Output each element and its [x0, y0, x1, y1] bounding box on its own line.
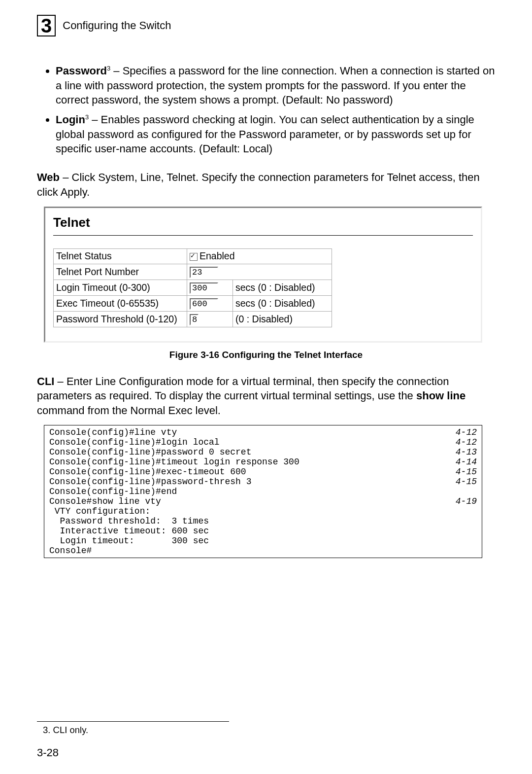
- console-ref: 4-15: [456, 477, 477, 487]
- console-line: VTY configuration:: [49, 506, 477, 516]
- text-login: – Enables password checking at login. Yo…: [56, 113, 474, 155]
- cell-exec-timeout: 600: [187, 295, 233, 311]
- console-line: Console(config-line)#password-thresh 34-…: [49, 477, 477, 487]
- console-cmd: VTY configuration:: [49, 506, 150, 516]
- row-exec-timeout: Exec Timeout (0-65535) 600 secs (0 : Dis…: [54, 295, 332, 311]
- console-line: Console(config-line)#exec-timeout 6004-1…: [49, 467, 477, 477]
- cell-telnet-status-value: Enabled: [187, 248, 332, 264]
- web-paragraph: Web – Click System, Line, Telnet. Specif…: [37, 170, 495, 199]
- console-cmd: Interactive timeout: 600 sec: [49, 526, 209, 536]
- figure-caption: Figure 3-16 Configuring the Telnet Inter…: [37, 350, 495, 360]
- text-password: – Specifies a password for the line conn…: [56, 65, 495, 106]
- console-line: Console(config-line)#login local4-12: [49, 437, 477, 447]
- console-ref: 4-15: [456, 467, 477, 477]
- chapter-number-box: 3: [37, 15, 56, 36]
- console-cmd: Password threshold: 3 times: [49, 516, 209, 526]
- telnet-heading: Telnet: [53, 215, 473, 230]
- page: 3 Configuring the Switch Password3 – Spe…: [0, 0, 532, 774]
- hint-login-timeout: secs (0 : Disabled): [233, 280, 332, 295]
- cell-port-number: 23: [187, 264, 332, 280]
- row-login-timeout: Login Timeout (0-300) 300 secs (0 : Disa…: [54, 280, 332, 295]
- console-cmd: Console(config)#line vty: [49, 427, 177, 437]
- cell-login-timeout: 300: [187, 280, 233, 295]
- label-password-threshold: Password Threshold (0-120): [54, 311, 187, 327]
- console-ref: 4-13: [456, 447, 477, 457]
- console-cmd: Console(config-line)#exec-timeout 600: [49, 467, 246, 477]
- checkbox-telnet-enabled[interactable]: [190, 253, 198, 261]
- console-cmd: Console#show line vty: [49, 496, 161, 506]
- input-password-threshold[interactable]: 8: [190, 314, 199, 325]
- label-port-number: Telnet Port Number: [54, 264, 187, 280]
- telnet-settings-table: Telnet Status Enabled Telnet Port Number…: [53, 248, 332, 327]
- parameter-list: Password3 – Specifies a password for the…: [56, 64, 495, 156]
- label-exec-timeout: Exec Timeout (0-65535): [54, 295, 187, 311]
- bullet-login: Login3 – Enables password checking at lo…: [56, 112, 495, 156]
- figure-divider: [53, 235, 473, 236]
- term-password: Password: [56, 65, 107, 77]
- hint-exec-timeout: secs (0 : Disabled): [233, 295, 332, 311]
- cli-text-b: command from the Normal Exec level.: [37, 404, 221, 417]
- console-line: Console(config)#line vty4-12: [49, 427, 477, 437]
- label-telnet-status: Telnet Status: [54, 248, 187, 264]
- footnote-block: 3. CLI only.: [37, 721, 229, 736]
- row-password-threshold: Password Threshold (0-120) 8 (0 : Disabl…: [54, 311, 332, 327]
- console-cmd: Console#: [49, 546, 92, 556]
- page-number: 3-28: [37, 746, 59, 759]
- console-line: Console(config-line)#end: [49, 487, 477, 496]
- console-line: Interactive timeout: 600 sec: [49, 526, 477, 536]
- row-telnet-status: Telnet Status Enabled: [54, 248, 332, 264]
- bullet-password: Password3 – Specifies a password for the…: [56, 64, 495, 107]
- input-login-timeout[interactable]: 300: [190, 282, 218, 294]
- footnote-rule: [37, 721, 229, 722]
- cli-text-a: – Enter Line Configuration mode for a vi…: [37, 375, 449, 402]
- cell-password-threshold: 8: [187, 311, 233, 327]
- console-cmd: Console(config-line)#login local: [49, 437, 220, 447]
- label-login-timeout: Login Timeout (0-300): [54, 280, 187, 295]
- console-ref: 4-14: [456, 457, 477, 467]
- row-port-number: Telnet Port Number 23: [54, 264, 332, 280]
- console-cmd: Console(config-line)#timeout login respo…: [49, 457, 299, 467]
- console-cmd: Console(config-line)#end: [49, 487, 177, 496]
- console-cmd: Console(config-line)#password-thresh 3: [49, 477, 251, 487]
- console-cmd: Login timeout: 300 sec: [49, 536, 209, 546]
- console-line: Console#: [49, 546, 477, 556]
- console-ref: 4-12: [456, 437, 477, 447]
- input-port-number[interactable]: 23: [190, 267, 218, 278]
- cli-command: show line: [416, 389, 466, 402]
- telnet-figure-frame: Telnet Telnet Status Enabled Telnet Port…: [44, 207, 482, 343]
- web-lead: Web: [37, 171, 60, 183]
- console-line: Console#show line vty4-19: [49, 496, 477, 506]
- chapter-head: 3 Configuring the Switch: [37, 15, 495, 36]
- console-line: Console(config-line)#timeout login respo…: [49, 457, 477, 467]
- console-output: Console(config)#line vty4-12 Console(con…: [44, 425, 482, 558]
- console-ref: 4-12: [456, 427, 477, 437]
- term-login: Login: [56, 113, 85, 126]
- input-exec-timeout[interactable]: 600: [190, 298, 218, 310]
- footnote-text: 3. CLI only.: [43, 725, 229, 736]
- hint-password-threshold: (0 : Disabled): [233, 311, 332, 327]
- console-ref: 4-19: [456, 496, 477, 506]
- checkbox-label: Enabled: [200, 250, 235, 261]
- cli-lead: CLI: [37, 375, 54, 387]
- console-line: Console(config-line)#password 0 secret4-…: [49, 447, 477, 457]
- console-cmd: Console(config-line)#password 0 secret: [49, 447, 251, 457]
- console-line: Password threshold: 3 times: [49, 516, 477, 526]
- cli-paragraph: CLI – Enter Line Configuration mode for …: [37, 374, 495, 418]
- web-text: – Click System, Line, Telnet. Specify th…: [37, 171, 480, 198]
- chapter-title: Configuring the Switch: [63, 19, 171, 32]
- console-line: Login timeout: 300 sec: [49, 536, 477, 546]
